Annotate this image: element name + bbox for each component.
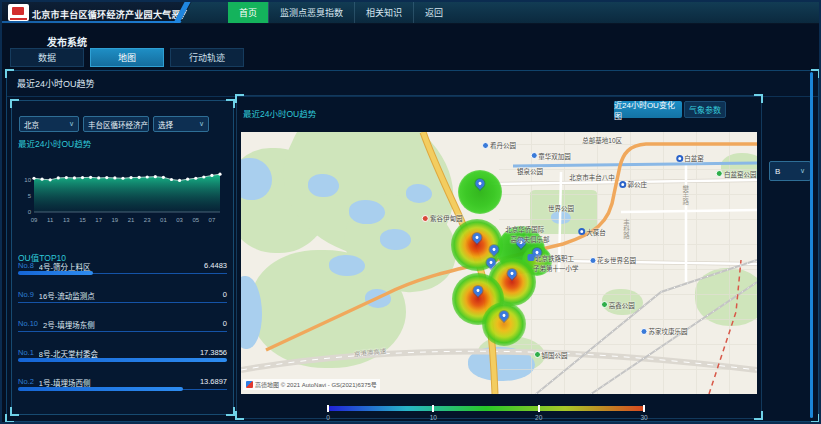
ou-value: 0: [223, 319, 227, 330]
map-label-text: 北京华侨国际: [505, 224, 544, 234]
map-label: 丰科路: [620, 219, 630, 239]
svg-text:0: 0: [28, 209, 32, 215]
nav-strip: 首页监测点恶臭指数相关知识返回: [198, 2, 819, 23]
map-label-text: 紫谷伊甸园: [430, 213, 463, 223]
park-ic-icon: [716, 170, 723, 177]
bar-fill: [18, 271, 93, 275]
top-list: No.84号-筛分上料区6.4483No.916号-流动监测点0No.102号-…: [18, 259, 227, 404]
publish-system-label: 发布系统: [47, 34, 87, 49]
map-label-text: 子弟第十一小学: [533, 263, 579, 273]
ou-change-map-button[interactable]: 近24小时OU变化图: [614, 101, 682, 118]
poi-blue-icon: [482, 142, 489, 149]
map-label: 樊羊路: [680, 185, 690, 205]
map-label: 高尔夫俱乐部: [510, 234, 549, 244]
nav-tab-2[interactable]: 监测点恶臭指数: [268, 2, 354, 23]
legend-tick-label: 0: [326, 414, 330, 421]
top-list-row: No.916号-流动监测点0: [18, 288, 227, 317]
map-label-text: 樊羊路: [680, 185, 690, 205]
nav-tab-1[interactable]: 首页: [228, 2, 268, 23]
map-label: 子弟第十一小学: [533, 263, 579, 273]
svg-text:05: 05: [192, 217, 199, 223]
map-label: 北京市丰台八中: [569, 172, 615, 182]
station-name: 16号-流动监测点: [39, 290, 223, 301]
legend-tick: [327, 405, 329, 412]
map-label: 紫谷伊甸园: [422, 213, 463, 223]
header-accent-line: [2, 21, 198, 23]
left-panel: 北京∨丰台区循环经济产∨选择∨ 最近24小时OU趋势 0510091113151…: [11, 100, 234, 415]
poi-blue-icon: [589, 257, 596, 264]
legend-tick-label: 10: [430, 414, 437, 421]
region-select-1[interactable]: 北京∨: [19, 116, 79, 132]
map-label-text: 丰科路: [620, 219, 630, 239]
legend-tick-label: 30: [640, 414, 647, 421]
publish-tabs: 数据地图行动轨迹: [10, 48, 244, 67]
trend-chart-label: 最近24小时OU趋势: [18, 137, 91, 149]
map-label: 童华双加园: [530, 151, 571, 161]
park-ic-icon: [601, 301, 608, 308]
map-label-text: 世界公园: [548, 203, 574, 213]
svg-text:13: 13: [63, 217, 70, 223]
svg-text:23: 23: [144, 217, 151, 223]
legend-tick: [538, 405, 540, 412]
map-label-text: 高尔夫俱乐部: [510, 234, 549, 244]
map-trend-label: 最近24小时OU趋势: [243, 107, 316, 119]
svg-text:03: 03: [176, 217, 183, 223]
map-label: 白盆窑公园: [716, 169, 757, 179]
heat-blob-mid: [482, 302, 526, 346]
station-name: 2号-填埋场东侧: [43, 319, 223, 330]
svg-text:11: 11: [47, 217, 54, 223]
map-canvas[interactable]: 看丹公园童华双加园银泉公园总部基地10区白盆窑白盆窑公园北京市丰台八中郭公庄世界…: [241, 132, 757, 394]
metro-icon: [676, 155, 683, 162]
svg-text:19: 19: [112, 217, 119, 223]
main-panel: 最近24小时OU趋势 北京∨丰台区循环经济产∨选择∨ 最近24小时OU趋势 05…: [6, 70, 819, 422]
panel-title: 最近24小时OU趋势: [17, 77, 95, 90]
map-label: 白盆窑: [676, 153, 704, 163]
weather-params-button[interactable]: 气象参数: [684, 101, 726, 118]
svg-text:09: 09: [31, 217, 38, 223]
map-label-text: 看丹公园: [490, 140, 516, 150]
main-nav: 首页监测点恶臭指数相关知识返回: [228, 2, 454, 23]
top-list-row: No.84号-筛分上料区6.4483: [18, 259, 227, 288]
top-list-row: No.18号-北天堂村委会17.3856: [18, 346, 227, 375]
map-label-text: 苏家坟康乐园: [649, 326, 688, 336]
map-label-text: 童华双加园: [538, 151, 571, 161]
bar-fill: [18, 387, 183, 391]
region-select-2[interactable]: 丰台区循环经济产∨: [83, 116, 149, 132]
map-label-text: 总部基地10区: [582, 135, 622, 145]
top-list-row: No.102号-填埋场东侧0: [18, 317, 227, 346]
scrollbar[interactable]: [810, 72, 813, 418]
publish-tab-3[interactable]: 行动轨迹: [170, 48, 244, 67]
map-label: 苏家坟康乐园: [641, 326, 688, 336]
svg-text:01: 01: [160, 217, 167, 223]
school-icon: [527, 254, 534, 261]
map-label-text: 北京市丰台八中: [569, 172, 615, 182]
trend-chart: 0510091113151719212301030507: [14, 163, 226, 229]
bar-fill: [18, 358, 227, 362]
chevron-down-icon: ∨: [199, 120, 204, 128]
select-value: 选择: [158, 119, 173, 130]
map-label: 花乡世界名园: [589, 255, 636, 265]
park-ic-icon: [534, 351, 541, 358]
map-label-text: 花乡世界名园: [597, 255, 636, 265]
map-attribution: 高德地图 © 2021 AutoNavi - GS(2021)6375号: [243, 379, 380, 390]
header-bar: 北京市丰台区循环经济产业园大气恶臭状况实时 首页监测点恶臭指数相关知识返回: [2, 2, 819, 24]
nav-tab-3[interactable]: 相关知识: [354, 2, 413, 23]
svg-text:21: 21: [128, 217, 135, 223]
metro-icon: [619, 181, 626, 188]
select-value: 北京: [24, 119, 39, 130]
publish-tab-2[interactable]: 地图: [90, 48, 164, 67]
publish-tab-1[interactable]: 数据: [10, 48, 84, 67]
map-label-text: 银泉公园: [517, 166, 543, 176]
select-value: 丰台区循环经济产: [88, 119, 148, 130]
map-label: 北京华侨国际: [505, 224, 544, 234]
poi-blue-icon: [641, 328, 648, 335]
nav-tab-4[interactable]: 返回: [413, 2, 454, 23]
map-side-select[interactable]: B ∨: [769, 161, 811, 181]
map-label-text: 大葆台: [586, 227, 606, 237]
map-label-text: 白盆窑: [684, 153, 704, 163]
map-label: 总部基地10区: [582, 135, 622, 145]
bar-track: [18, 302, 227, 303]
map-label: 世界公园: [548, 203, 574, 213]
region-select-3[interactable]: 选择∨: [153, 116, 209, 132]
heat-blob-low: [458, 170, 502, 214]
